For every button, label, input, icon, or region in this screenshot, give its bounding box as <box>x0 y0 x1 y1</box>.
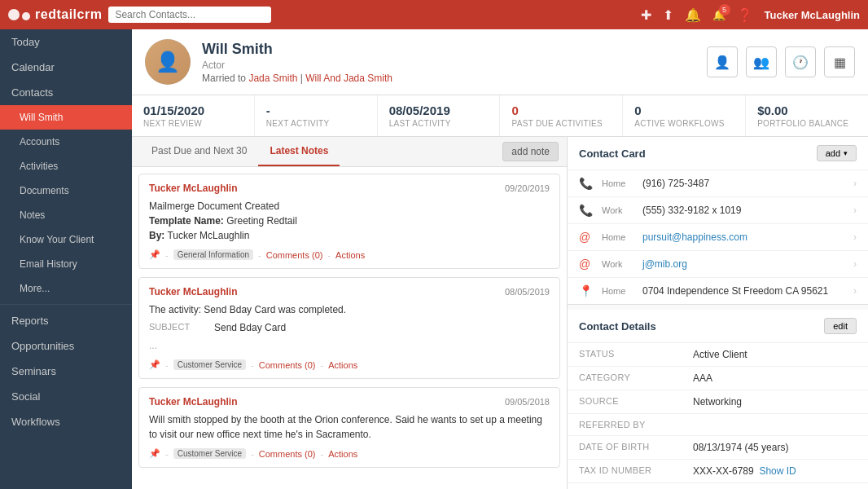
sidebar-item-activities[interactable]: Activities <box>0 154 132 178</box>
sidebar-item-email-history[interactable]: Email History <box>0 252 132 276</box>
note-card-3: Tucker McLaughlin 09/05/2018 Will smith … <box>138 387 560 468</box>
contact-value-1: (916) 725-3487 <box>642 178 853 189</box>
note-2-date: 08/05/2019 <box>505 287 550 297</box>
note-3-pin-icon: 📌 <box>149 448 160 459</box>
profile-clock-icon[interactable]: 🕐 <box>785 46 816 77</box>
stat-portfolio[interactable]: $0.00 Portfolio Balance <box>746 95 868 136</box>
note-2-subject-label: SUBJECT <box>149 320 214 335</box>
sidebar-item-documents[interactable]: Documents <box>0 178 132 203</box>
sidebar-item-reports[interactable]: Reports <box>0 308 132 333</box>
note-1-tag: General Information <box>173 249 253 260</box>
sidebar-item-social[interactable]: Social <box>0 384 132 409</box>
note-2-subject-row: SUBJECT Send Bday Card <box>149 320 550 335</box>
email-link-2[interactable]: j@mib.org <box>642 258 687 270</box>
contact-details-edit-button[interactable]: edit <box>824 318 857 334</box>
email-link-1[interactable]: pursuit@happiness.com <box>642 231 747 243</box>
detail-value-tax: XXX-XX-6789 Show ID <box>693 465 857 477</box>
tab-past-due[interactable]: Past Due and Next 30 <box>140 137 258 166</box>
stat-past-due[interactable]: 0 Past Due Activities <box>500 95 623 136</box>
stat-last-activity-label: Last Activity <box>389 119 489 128</box>
share-icon[interactable]: ⬆ <box>663 7 673 23</box>
note-3-footer: 📌 - Customer Service - Comments (0) - Ac… <box>149 448 550 459</box>
stat-last-activity[interactable]: 08/05/2019 Last Activity <box>378 95 501 136</box>
profile-grid-icon[interactable]: ▦ <box>824 46 855 77</box>
profile-left: 👤 Will Smith Actor Married to Jada Smith… <box>145 39 392 85</box>
note-2-author[interactable]: Tucker McLaughlin <box>149 286 237 297</box>
user-name[interactable]: Tucker McLaughlin <box>765 9 861 21</box>
stat-next-review[interactable]: 01/15/2020 Next Review <box>132 95 255 136</box>
note-2-comments[interactable]: Comments (0) <box>259 360 316 370</box>
sidebar-item-seminars[interactable]: Seminars <box>0 359 132 384</box>
detail-row-referred: Referred By <box>568 414 868 436</box>
contact-expand-2[interactable]: › <box>853 205 857 216</box>
badge-count: 5 <box>719 4 730 15</box>
add-icon[interactable]: ✚ <box>641 7 651 23</box>
contact-row-work-email: @ Work j@mib.org › <box>568 251 868 278</box>
detail-row-tax: Tax ID Number XXX-XX-6789 Show ID <box>568 460 868 483</box>
detail-value-category: AAA <box>693 372 857 384</box>
contact-details-section: Contact Details edit Status Active Clien… <box>568 310 868 489</box>
stat-past-due-label: Past Due Activities <box>511 119 611 128</box>
show-id-link[interactable]: Show ID <box>759 465 796 477</box>
note-3-author[interactable]: Tucker McLaughlin <box>149 396 237 408</box>
content-area: 👤 Will Smith Actor Married to Jada Smith… <box>132 29 868 489</box>
note-2-body: The activity: Send Bday Card was complet… <box>149 302 550 353</box>
spouse2-link[interactable]: Will And Jada Smith <box>305 73 392 84</box>
note-1-actions[interactable]: Actions <box>335 250 365 260</box>
note-3-header: Tucker McLaughlin 09/05/2018 <box>149 396 550 408</box>
contact-type-1: Home <box>602 178 642 188</box>
sidebar-item-more[interactable]: More... <box>0 276 132 301</box>
help-icon[interactable]: ❓ <box>737 7 753 23</box>
alert-icon[interactable]: 🔔 <box>685 7 701 23</box>
sidebar-item-contacts[interactable]: Contacts <box>0 80 132 105</box>
sidebar-item-calendar[interactable]: Calendar <box>0 55 132 80</box>
sidebar-item-accounts[interactable]: Accounts <box>0 130 132 154</box>
notification-badge[interactable]: 🔔 5 <box>712 9 726 21</box>
stat-next-activity[interactable]: - Next Activity <box>255 95 378 136</box>
contact-expand-4[interactable]: › <box>853 258 857 270</box>
logo-text: redtailcrm <box>35 7 102 22</box>
sidebar-item-today[interactable]: Today <box>0 29 132 55</box>
stat-next-activity-label: Next Activity <box>266 119 366 128</box>
note-3-date: 09/05/2018 <box>505 397 550 407</box>
detail-label-source: Source <box>579 396 693 406</box>
spouse1-link[interactable]: Jada Smith <box>248 73 297 84</box>
logo-circle-large <box>8 9 20 20</box>
note-3-comments[interactable]: Comments (0) <box>259 449 316 459</box>
stat-workflows-value: 0 <box>634 104 734 117</box>
contact-value-4: j@mib.org <box>642 258 853 270</box>
note-3-body: Will smith stopped by the booth at the O… <box>149 412 550 442</box>
note-2-actions[interactable]: Actions <box>328 360 357 370</box>
note-3-body-text: Will smith stopped by the booth at the O… <box>149 414 542 440</box>
top-navigation: redtailcrm ✚ ⬆ 🔔 🔔 5 ❓ Tucker McLaughlin <box>0 0 868 29</box>
stat-workflows[interactable]: 0 Active Workflows <box>623 95 746 136</box>
logo[interactable]: redtailcrm <box>8 7 102 22</box>
note-1-comments[interactable]: Comments (0) <box>266 250 323 260</box>
sidebar-item-notes[interactable]: Notes <box>0 203 132 227</box>
note-card-1: Tucker McLaughlin 09/20/2019 Mailmerge D… <box>138 174 560 269</box>
profile-group-icon[interactable]: 👥 <box>746 46 777 77</box>
contact-expand-3[interactable]: › <box>853 231 857 243</box>
contact-expand-5[interactable]: › <box>853 285 857 297</box>
detail-value-source: Networking <box>693 396 857 408</box>
stats-bar: 01/15/2020 Next Review - Next Activity 0… <box>132 95 868 137</box>
sidebar-item-kyc[interactable]: Know Your Client <box>0 227 132 252</box>
note-3-tag: Customer Service <box>173 448 246 459</box>
notes-list: Tucker McLaughlin 09/20/2019 Mailmerge D… <box>132 167 567 489</box>
profile-person-icon[interactable]: 👤 <box>707 46 738 77</box>
note-1-author[interactable]: Tucker McLaughlin <box>149 183 237 194</box>
contact-card-add-button[interactable]: add ▾ <box>817 145 857 161</box>
profile-married: Married to Jada Smith | Will And Jada Sm… <box>202 73 392 84</box>
search-input[interactable] <box>108 7 271 23</box>
sidebar-item-workflows[interactable]: Workflows <box>0 409 132 434</box>
detail-row-category: Category AAA <box>568 367 868 390</box>
sidebar-item-will-smith[interactable]: Will Smith <box>0 105 132 130</box>
note-2-body-text: The activity: Send Bday Card was complet… <box>149 304 346 315</box>
profile-actions: 👤 👥 🕐 ▦ <box>707 46 855 77</box>
tab-latest-notes[interactable]: Latest Notes <box>258 137 340 166</box>
contact-expand-1[interactable]: › <box>853 178 857 189</box>
note-2-pin-icon: 📌 <box>149 359 160 370</box>
note-3-actions[interactable]: Actions <box>328 449 357 459</box>
sidebar-item-opportunities[interactable]: Opportunities <box>0 333 132 359</box>
add-note-button[interactable]: add note <box>502 142 559 161</box>
